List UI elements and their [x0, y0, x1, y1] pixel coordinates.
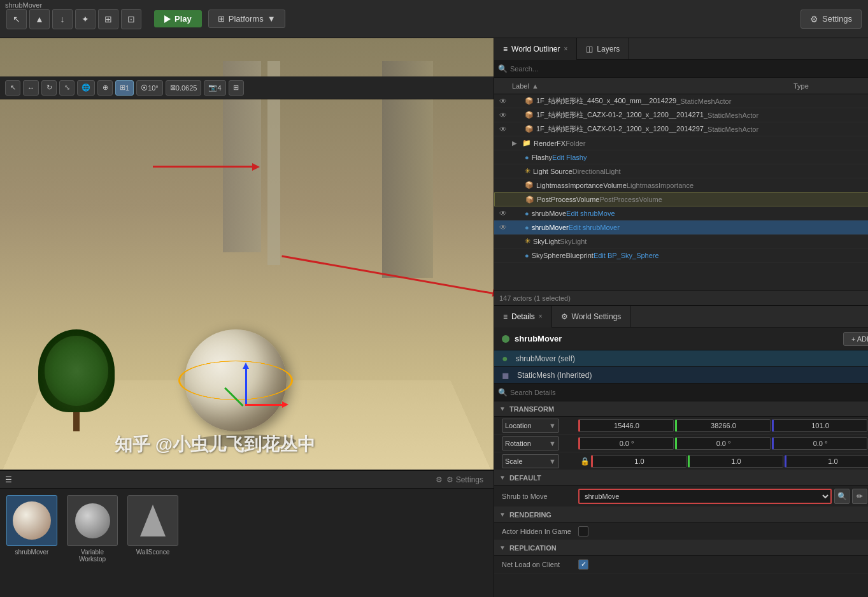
visibility-icon-1[interactable]: 👁 [499, 111, 512, 120]
shrub-to-move-select[interactable]: shrubMove [578, 489, 832, 504]
select-tool[interactable]: ↖ [6, 9, 27, 29]
grid-btn[interactable]: ⊞ 1 [115, 80, 134, 96]
play-button[interactable]: Play [154, 10, 202, 27]
details-search-input[interactable] [510, 389, 868, 396]
shrub-pick-button[interactable]: ✏ [852, 489, 867, 504]
scale-x-input[interactable] [591, 455, 687, 468]
outliner-row-skysphere[interactable]: ● SkySphereBlueprint Edit BP_Sky_Sphere [494, 248, 868, 263]
select-mode-btn[interactable]: ↖ [5, 80, 20, 96]
add-component-button[interactable]: + ADD [843, 332, 868, 346]
net-load-row: Net Load on Client [494, 556, 868, 573]
snap-translate-btn[interactable]: ⊕ [97, 80, 113, 96]
scale-z-input[interactable] [785, 455, 868, 468]
actor-hidden-checkbox[interactable] [578, 526, 588, 536]
location-x-input[interactable] [578, 419, 674, 432]
transform-section-header[interactable]: ▼ TRANSFORM [494, 401, 868, 417]
shrub-to-move-value-group: shrubMove 🔍 ✏ [578, 489, 867, 504]
outliner-row-postprocess[interactable]: 📦 PostProcessVolume PostProcessVolume [494, 192, 868, 206]
row-label-2: 1F_结构矩形柱_CAZX-01-2_1200_x_1200__2014297_ [536, 124, 708, 134]
content-item-wallsconce[interactable]: WallSconce [127, 495, 178, 556]
outliner-row-shrubmove[interactable]: 👁 ● shrubMove Edit shrubMove [494, 206, 868, 220]
component-self-label: shrubMover (self) [516, 354, 575, 363]
row-type-skysphere[interactable]: Edit BP_Sky_Sphere [594, 252, 683, 259]
paint-tool[interactable]: ↓ [52, 9, 73, 29]
outliner-row-1[interactable]: 👁 📦 1F_结构矩形柱_CAZX-01-2_1200_x_1200__2014… [494, 108, 868, 122]
outliner-row-folder[interactable]: ▶ 📁 RenderFX Folder [494, 136, 868, 150]
content-item-variable-workstop[interactable]: VariableWorkstop [67, 495, 118, 563]
outliner-row-lightsource[interactable]: ✳ Light Source DirectionalLight [494, 164, 868, 178]
platforms-button[interactable]: ⊞ Platforms ▼ [208, 10, 285, 28]
outliner-row-flashy[interactable]: ● Flashy Edit Flashy [494, 150, 868, 164]
location-label: Location ▼ [502, 419, 578, 433]
red-arrow-1 [153, 166, 255, 168]
details-close-icon[interactable]: × [539, 313, 543, 320]
content-item-shrubmover[interactable]: shrubMover [6, 495, 57, 556]
shrub-search-button[interactable]: 🔍 [834, 489, 850, 504]
scale-lock-button[interactable]: 🔒 [578, 455, 591, 468]
outliner-close-icon[interactable]: × [564, 45, 568, 52]
outliner-search-input[interactable] [510, 65, 868, 73]
location-y-input[interactable] [675, 419, 771, 432]
location-dropdown[interactable]: Location ▼ [502, 419, 559, 433]
foliage-tool[interactable]: ⊞ [98, 9, 118, 29]
shrub-to-move-label: Shrub to Move [502, 493, 578, 500]
row-type-shrubmover[interactable]: Edit shrubMover [569, 224, 658, 231]
outliner-row-shrubmover[interactable]: 👁 ● shrubMover Edit shrubMover [494, 220, 868, 234]
scale-dropdown[interactable]: Scale ▼ [502, 454, 559, 468]
snap-scale-btn[interactable]: ⊠ 0.0625 [166, 80, 202, 96]
visibility-icon-shrubmove[interactable]: 👁 [499, 209, 512, 218]
rotation-x-input[interactable] [578, 437, 674, 450]
settings-button[interactable]: ⚙ Settings [800, 10, 862, 29]
snap-angle-btn[interactable]: ⦿ 10° [136, 80, 163, 96]
layout-btn[interactable]: ⊞ [229, 80, 244, 96]
rotation-z-input[interactable] [772, 437, 867, 450]
replication-section-header[interactable]: ▼ REPLICATION [494, 540, 868, 556]
world-outliner: ≡ World Outliner × ◫ Layers + 🔍 Label ▲ [494, 38, 868, 306]
gizmo-z-axis [224, 387, 243, 406]
platforms-arrow-icon: ▼ [267, 14, 276, 24]
cb-settings-label: ⚙ Settings [446, 475, 483, 484]
cb-settings-button[interactable]: ⚙ ⚙ Settings [430, 475, 488, 484]
outliner-label-col: Label ▲ [512, 82, 793, 90]
geometry-tool[interactable]: ✦ [75, 9, 96, 29]
net-load-checkbox[interactable] [578, 559, 588, 570]
rotation-y-input[interactable] [675, 437, 771, 450]
row-label-shrubmover: shrubMover [532, 224, 569, 231]
layers-tab[interactable]: ◫ Layers [577, 38, 629, 60]
visibility-icon-2[interactable]: 👁 [499, 125, 512, 134]
location-z-input[interactable] [772, 419, 867, 432]
world-settings-tab[interactable]: ⚙ World Settings [552, 306, 631, 327]
world-outliner-tab-label: World Outliner [511, 45, 560, 54]
visibility-icon-shrubmover[interactable]: 👁 [499, 223, 512, 232]
outliner-row-lightmass[interactable]: 📦 LightmassImportanceVolume LightmassImp… [494, 178, 868, 192]
mesh-tool[interactable]: ⊡ [121, 9, 141, 29]
rotate-btn[interactable]: ↻ [41, 80, 57, 96]
row-type-flashy[interactable]: Edit Flashy [552, 154, 641, 161]
gizmo-x-axis [245, 404, 283, 406]
type-col-text: Type [793, 82, 809, 90]
world-local-btn[interactable]: 🌐 [77, 80, 95, 96]
landscape-tool[interactable]: ▲ [29, 9, 50, 29]
main-layout: ↖ ↔ ↻ ⤡ 🌐 ⊕ ⊞ 1 ⦿ 10° ⊠ 0.0625 📷 4 ⊞ [0, 38, 868, 597]
details-search-icon: 🔍 [498, 388, 508, 397]
scale-y-input[interactable] [688, 455, 783, 468]
content-browser: ☰ ⚙ ⚙ Settings shrubMover [0, 470, 494, 597]
row-type-folder: Folder [566, 140, 655, 147]
scale-btn[interactable]: ⤡ [59, 80, 75, 96]
world-outliner-tab[interactable]: ≡ World Outliner × [494, 38, 577, 60]
rotation-dropdown-arrow-icon: ▼ [549, 440, 556, 447]
outliner-row-skylight[interactable]: ✳ SkyLight SkyLight [494, 234, 868, 248]
default-section-header[interactable]: ▼ DEFAULT [494, 470, 868, 486]
viewport[interactable]: ↖ ↔ ↻ ⤡ 🌐 ⊕ ⊞ 1 ⦿ 10° ⊠ 0.0625 📷 4 ⊞ [0, 38, 494, 597]
outliner-row-0[interactable]: 👁 📦 1F_结构矩形柱_4450_x_400_mm__2014229_ Sta… [494, 94, 868, 108]
row-type-shrubmove[interactable]: Edit shrubMove [566, 210, 655, 217]
camera-btn[interactable]: 📷 4 [204, 80, 225, 96]
outliner-row-2[interactable]: 👁 📦 1F_结构矩形柱_CAZX-01-2_1200_x_1200__2014… [494, 122, 868, 136]
visibility-icon-0[interactable]: 👁 [499, 97, 512, 106]
rendering-section-header[interactable]: ▼ RENDERING [494, 507, 868, 522]
details-tab[interactable]: ≡ Details × [494, 306, 552, 327]
translate-btn[interactable]: ↔ [23, 80, 39, 96]
component-inherited-row[interactable]: ◼ StaticMesh (Inherited) [494, 367, 868, 384]
component-self-row[interactable]: ● shrubMover (self) [494, 350, 868, 367]
rotation-dropdown[interactable]: Rotation ▼ [502, 436, 559, 450]
